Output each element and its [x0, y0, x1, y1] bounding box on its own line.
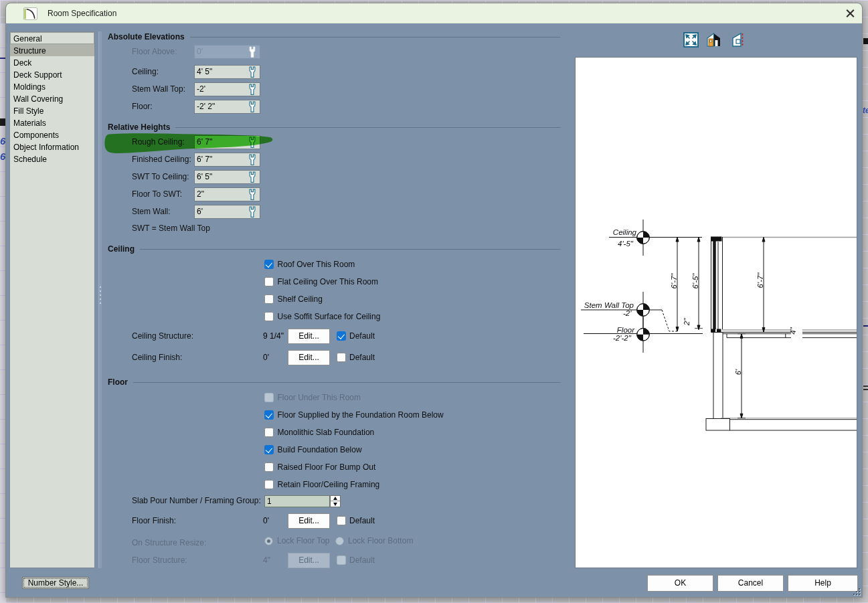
floor-above-input[interactable]: 0'	[194, 45, 260, 59]
radio-label: Lock Floor Top	[277, 536, 330, 545]
plan-line-fragment-right2	[863, 385, 868, 390]
ceiling-structure-edit-button[interactable]: Edit...	[288, 329, 330, 344]
sidebar-item-moldings[interactable]: Moldings	[10, 80, 94, 92]
room-specification-dialog: Room Specification General Structure Dec…	[5, 3, 863, 598]
grip-dot	[856, 594, 857, 595]
floor-finish-default-checkbox[interactable]	[337, 516, 346, 525]
cross-section-view-icon[interactable]	[706, 32, 721, 48]
backclipped-section-icon[interactable]	[731, 32, 744, 48]
monolithic-slab-checkbox[interactable]	[264, 428, 274, 437]
spinner-up-button[interactable]	[331, 496, 340, 501]
default-wrench-icon[interactable]	[248, 84, 257, 96]
monolithic-slab-row[interactable]: Monolithic Slab Foundation	[264, 428, 374, 437]
datum-swt-value: -2'	[623, 309, 632, 317]
retain-framing-checkbox[interactable]	[264, 480, 274, 489]
checkbox-label: Shelf Ceiling	[278, 294, 323, 304]
rough-ceiling-input[interactable]: 6' 7"	[194, 135, 260, 149]
flat-ceiling-row[interactable]: Flat Ceiling Over This Room	[264, 277, 378, 286]
swt-to-ceiling-label: SWT To Ceiling:	[132, 170, 189, 184]
build-foundation-below-checkbox[interactable]	[264, 445, 274, 454]
floor-structure-default-checkbox[interactable]	[337, 555, 346, 565]
plan-line-fragment-right	[863, 325, 868, 327]
help-button[interactable]: Help	[788, 575, 858, 592]
fill-window-icon[interactable]	[683, 32, 699, 48]
roof-over-this-room-row[interactable]: Roof Over This Room	[264, 260, 355, 269]
lock-floor-bottom-radio-row[interactable]: Lock Floor Bottom	[335, 536, 413, 545]
number-style-button[interactable]: Number Style...	[22, 577, 89, 589]
ceiling-finish-edit-button[interactable]: Edit...	[288, 350, 330, 365]
build-foundation-below-row[interactable]: Build Foundation Below	[264, 445, 362, 454]
sidebar-item-schedule[interactable]: Schedule	[10, 153, 94, 165]
stem-wall-top-input[interactable]: -2'	[194, 82, 260, 96]
ceiling-input[interactable]: 4' 5"	[194, 65, 260, 79]
sidebar-splitter[interactable]	[98, 31, 102, 568]
sidebar-item-materials[interactable]: Materials	[10, 116, 94, 128]
shelf-ceiling-row[interactable]: Shelf Ceiling	[264, 294, 323, 304]
default-wrench-icon[interactable]	[248, 66, 257, 78]
floor-to-swt-input[interactable]: 2"	[194, 187, 260, 201]
shelf-ceiling-checkbox[interactable]	[264, 294, 274, 304]
lock-floor-top-radio-row[interactable]: Lock Floor Top	[264, 536, 330, 545]
sidebar-item-general[interactable]: General	[10, 32, 94, 44]
retain-framing-row[interactable]: Retain Floor/Ceiling Framing	[264, 480, 379, 489]
sidebar-item-structure[interactable]: Structure	[10, 44, 94, 56]
section-floor: Floor	[108, 377, 560, 387]
input-value: 2"	[197, 189, 204, 199]
grip-dot	[853, 594, 855, 595]
input-value: 6'	[197, 207, 203, 216]
cancel-button[interactable]: Cancel	[717, 575, 784, 592]
section-title: Relative Heights	[108, 122, 170, 132]
ceiling-structure-default-label: Default	[349, 331, 375, 341]
floor-structure-edit-button[interactable]: Edit...	[288, 553, 330, 568]
sidebar-item-deck[interactable]: Deck	[10, 56, 94, 68]
floor-finish-edit-button[interactable]: Edit...	[288, 513, 330, 529]
lock-floor-bottom-radio[interactable]	[335, 537, 344, 545]
floor-under-this-room-row[interactable]: Floor Under This Room	[264, 393, 361, 402]
floor-input[interactable]: -2' 2"	[194, 100, 260, 114]
sidebar-item-fill-style[interactable]: Fill Style	[10, 104, 94, 116]
sidebar-item-wall-covering[interactable]: Wall Covering	[10, 92, 94, 104]
floor-supplied-checkbox[interactable]	[264, 410, 274, 420]
lock-floor-top-radio[interactable]	[264, 537, 273, 545]
close-button[interactable]	[843, 6, 857, 21]
spinner-down-icon	[333, 503, 337, 506]
stem-wall-input[interactable]: 6'	[194, 205, 260, 219]
floor-supplied-row[interactable]: Floor Supplied by the Foundation Room Be…	[264, 410, 444, 420]
default-wrench-icon[interactable]	[248, 206, 257, 218]
use-soffit-row[interactable]: Use Soffit Surface for Ceiling	[264, 312, 380, 321]
sidebar-item-deck-support[interactable]: Deck Support	[10, 68, 94, 80]
resize-grip[interactable]	[852, 587, 860, 595]
sidebar-item-object-information[interactable]: Object Information	[10, 141, 94, 153]
default-wrench-icon[interactable]	[248, 46, 257, 58]
swt-to-ceiling-input[interactable]: 6' 5"	[194, 170, 260, 184]
elevation-datum-symbols	[581, 220, 703, 353]
datum-ceiling-value: 4'-5"	[618, 240, 634, 248]
default-wrench-icon[interactable]	[248, 137, 257, 149]
preview-pane[interactable]: Ceiling 4'-5" Stem Wall Top -2' Floor -2…	[575, 57, 857, 568]
default-wrench-icon[interactable]	[248, 154, 257, 166]
default-wrench-icon[interactable]	[248, 171, 257, 183]
spinner-down-button[interactable]	[331, 501, 340, 507]
use-soffit-checkbox[interactable]	[264, 312, 274, 321]
ok-button[interactable]: OK	[647, 575, 713, 592]
slab-pour-input[interactable]: 1	[264, 495, 330, 507]
ceiling-structure-default-checkbox[interactable]	[337, 331, 346, 341]
default-wrench-icon[interactable]	[248, 189, 257, 201]
floor-under-this-room-checkbox[interactable]	[264, 393, 274, 402]
flat-ceiling-checkbox[interactable]	[264, 277, 274, 286]
floor-finish-value: 0'	[263, 513, 269, 529]
ceiling-finish-default-checkbox[interactable]	[337, 353, 346, 362]
checkbox-label: Raised Floor For Bump Out	[278, 462, 376, 472]
slab-pour-spinner[interactable]	[330, 495, 341, 507]
section-rule	[133, 382, 560, 383]
raised-floor-row[interactable]: Raised Floor For Bump Out	[264, 462, 375, 472]
sidebar-item-components[interactable]: Components	[10, 128, 94, 141]
focus-ring	[23, 578, 88, 588]
default-wrench-icon[interactable]	[248, 101, 257, 113]
roof-over-this-room-checkbox[interactable]	[264, 260, 274, 269]
dialog-titlebar[interactable]: Room Specification	[6, 3, 862, 23]
datum-ceiling-name: Ceiling	[613, 228, 637, 236]
finished-ceiling-input[interactable]: 6' 7"	[194, 153, 260, 167]
floor-label: Floor:	[132, 100, 153, 114]
raised-floor-checkbox[interactable]	[264, 462, 274, 472]
